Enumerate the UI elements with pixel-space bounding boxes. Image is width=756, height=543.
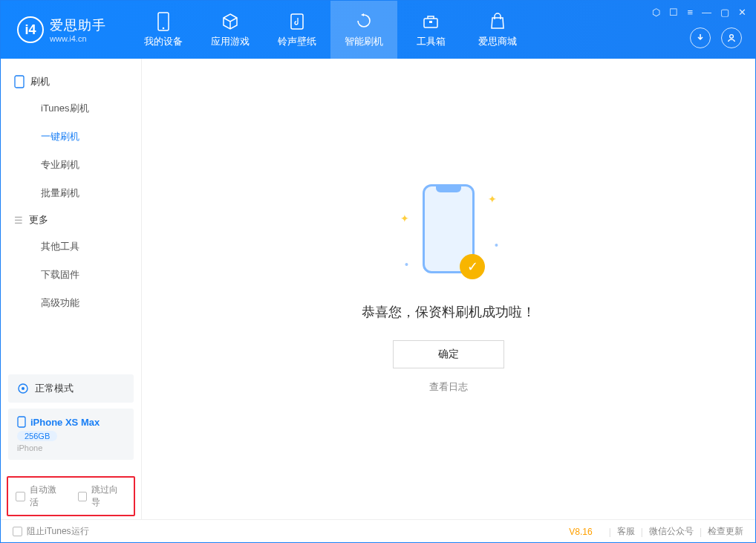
sidebar-item-pro-flash[interactable]: 专业刷机 (1, 151, 141, 179)
shopping-bag-icon (488, 12, 507, 31)
sidebar-section-more: ☰ 更多 (1, 207, 141, 233)
window-controls: ⬡ ☐ ≡ — ▢ ✕ (652, 7, 746, 18)
main-nav: 我的设备 应用游戏 铃声壁纸 智能刷机 工具箱 爱思商城 (130, 1, 531, 59)
svg-point-5 (730, 35, 734, 39)
toolbox-icon (421, 12, 440, 31)
sidebar-item-other-tools[interactable]: 其他工具 (1, 233, 141, 261)
tshirt-icon[interactable]: ⬡ (652, 7, 660, 18)
menu-icon[interactable]: ≡ (687, 7, 693, 18)
app-header: i4 爱思助手 www.i4.cn 我的设备 应用游戏 铃声壁纸 智能刷机 工具… (1, 1, 755, 59)
status-bar: 阻止iTunes运行 V8.16 | 客服 | 微信公众号 | 检查更新 (1, 519, 755, 543)
version-label: V8.16 (569, 527, 592, 537)
checkbox-icon (16, 492, 25, 501)
app-name: 爱思助手 (50, 16, 106, 34)
nav-flash[interactable]: 智能刷机 (330, 1, 397, 59)
device-type: iPhone (17, 443, 125, 452)
nav-my-device[interactable]: 我的设备 (130, 1, 197, 59)
svg-point-1 (163, 27, 165, 29)
device-mode-card[interactable]: 正常模式 (8, 374, 134, 403)
check-badge-icon: ✓ (460, 254, 485, 279)
sidebar-item-advanced[interactable]: 高级功能 (1, 289, 141, 317)
nav-store[interactable]: 爱思商城 (464, 1, 531, 59)
svg-rect-2 (291, 14, 303, 29)
success-illustration: ✓ ✦✦•• (415, 184, 482, 288)
user-icon (726, 33, 737, 43)
list-icon: ☰ (14, 215, 23, 226)
music-file-icon (287, 12, 307, 31)
svg-point-8 (22, 387, 25, 390)
logo: i4 爱思助手 www.i4.cn (17, 16, 106, 43)
success-message: 恭喜您，保资料刷机成功啦！ (362, 303, 535, 321)
nav-apps-games[interactable]: 应用游戏 (197, 1, 264, 59)
sidebar: 刷机 iTunes刷机 一键刷机 专业刷机 批量刷机 ☰ 更多 其他工具 下载固… (1, 59, 142, 519)
check-auto-activate[interactable]: 自动激活 (16, 484, 65, 509)
cube-icon (221, 12, 240, 31)
nav-ringtones[interactable]: 铃声壁纸 (264, 1, 330, 59)
checkbox-icon (13, 527, 22, 536)
svg-rect-4 (429, 21, 432, 23)
refresh-shield-icon (354, 12, 374, 31)
download-icon (695, 33, 706, 43)
logo-icon: i4 (17, 16, 44, 43)
footer-update-link[interactable]: 检查更新 (708, 525, 743, 538)
maximize-icon[interactable]: ▢ (720, 7, 729, 18)
nav-toolbox[interactable]: 工具箱 (397, 1, 464, 59)
sidebar-item-itunes-flash[interactable]: iTunes刷机 (1, 94, 141, 123)
lock-icon[interactable]: ☐ (669, 7, 678, 18)
header-actions (690, 27, 742, 48)
ok-button[interactable]: 确定 (393, 340, 504, 368)
sidebar-section-flash: 刷机 (1, 69, 141, 94)
device-icon (14, 75, 25, 88)
sidebar-item-download-firmware[interactable]: 下载固件 (1, 261, 141, 289)
download-button[interactable] (690, 27, 711, 48)
check-skip-guide[interactable]: 跳过向导 (78, 484, 127, 509)
checkbox-icon (78, 492, 88, 501)
minimize-icon[interactable]: — (702, 7, 711, 18)
sync-icon (17, 383, 29, 394)
app-domain: www.i4.cn (50, 34, 106, 43)
flash-options-highlighted: 自动激活 跳过向导 (7, 476, 135, 516)
footer-support-link[interactable]: 客服 (617, 525, 635, 538)
check-block-itunes[interactable]: 阻止iTunes运行 (13, 525, 89, 538)
device-info-card[interactable]: iPhone XS Max 256GB iPhone (8, 409, 134, 460)
close-icon[interactable]: ✕ (738, 7, 746, 18)
svg-rect-6 (15, 76, 24, 88)
user-button[interactable] (721, 27, 742, 48)
svg-rect-9 (18, 417, 25, 427)
device-capacity: 256GB (17, 431, 57, 441)
footer-wechat-link[interactable]: 微信公众号 (649, 525, 694, 538)
phone-icon (154, 12, 173, 31)
sidebar-item-oneclick-flash[interactable]: 一键刷机 (1, 123, 141, 151)
phone-small-icon (17, 416, 26, 428)
sidebar-item-batch-flash[interactable]: 批量刷机 (1, 179, 141, 207)
main-content: ✓ ✦✦•• 恭喜您，保资料刷机成功啦！ 确定 查看日志 (142, 59, 755, 519)
view-log-link[interactable]: 查看日志 (429, 380, 468, 394)
